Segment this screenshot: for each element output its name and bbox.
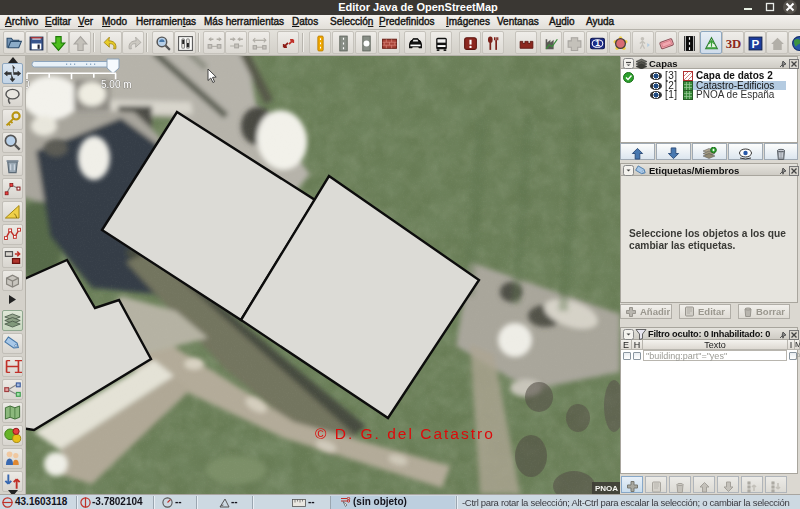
svg-text:© D. G. del Catastro: © D. G. del Catastro [315,425,495,442]
svg-text:PNOA: PNOA [595,484,618,493]
svg-text:1: 1 [595,38,600,48]
svg-text:5.00 m: 5.00 m [101,79,132,90]
svg-text:0: 0 [26,79,30,90]
svg-text:P: P [751,36,759,49]
svg-text:3D: 3D [725,37,741,51]
